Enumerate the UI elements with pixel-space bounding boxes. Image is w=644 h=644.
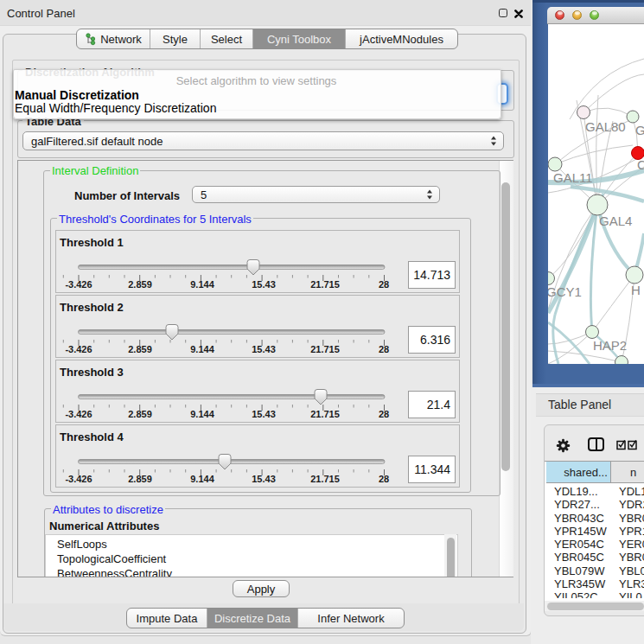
- svg-text:GAL11: GAL11: [553, 170, 593, 185]
- svg-text:GAL4: GAL4: [599, 214, 632, 228]
- svg-text:GAL80: GAL80: [585, 119, 626, 134]
- svg-text:GCY1: GCY1: [548, 284, 582, 299]
- svg-text:H: H: [631, 283, 641, 297]
- svg-text:GA: GA: [635, 123, 644, 137]
- svg-text:HAP2: HAP2: [593, 338, 627, 353]
- svg-text:C: C: [637, 157, 644, 172]
